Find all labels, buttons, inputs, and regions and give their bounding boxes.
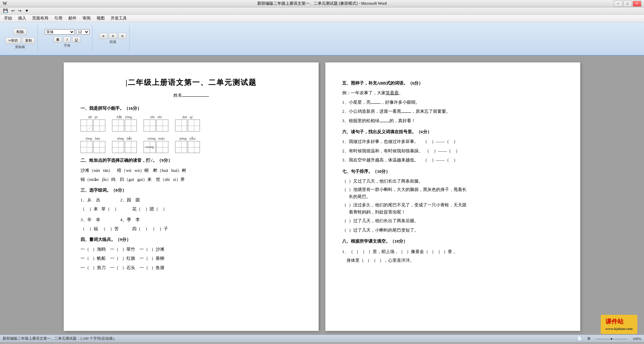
char-box xyxy=(125,141,137,153)
section5-item2: 2、小公鸡造新房，进屋一看黑，原来忘了留窗窗。 xyxy=(342,107,564,115)
pinyin-row1: dù pí ↙ hǎi yōng xyxy=(80,114,302,132)
status-bar: 新部编版二年级上册语文第一、二单元测试题：1,540 个字符(近似值)。 📄 ⊞… xyxy=(0,335,644,342)
char-box xyxy=(156,141,168,153)
section4-line3: 一（ ）剪刀 一（ ）石头 一（ ）鱼塘 xyxy=(80,264,302,272)
view-print-icon[interactable]: 📄 xyxy=(577,336,582,341)
italic-button[interactable]: I xyxy=(63,37,70,43)
section3-item3: 3、辛 幸 xyxy=(80,216,100,224)
section3-content: 1、从 丛 2、园 圆 （ ）来 草（ ） 花（ ）团（ ） 3、辛 幸 4、季… xyxy=(80,196,302,233)
underline-button[interactable]: U xyxy=(72,37,81,43)
section2-line2: 锦（miǎn jǐn）鸡 归（guī guí）来 世（shì sì）界 xyxy=(80,176,302,183)
pinyin-group-xiong-mao: xióng māo xiong xyxy=(144,136,168,153)
word-icon: W xyxy=(3,1,7,6)
title-bar: W 新部编版二年级上册语文第一、二单元测试题 [兼容模式] - Microsof… xyxy=(0,0,644,7)
paste-button[interactable]: 粘贴 xyxy=(13,28,27,35)
qat-dropdown-icon[interactable]: ▼ xyxy=(24,8,30,14)
copy-button[interactable]: 复制 xyxy=(22,37,35,44)
section7-item1: （ ）又过了几天，他们长出了两条前腿。 xyxy=(342,177,564,185)
zoom-level: 100% xyxy=(633,337,641,341)
watermark-line2: www.kjzhan.com xyxy=(605,326,633,331)
section2-line1: 沙滩（nán tān） 梧（wū wù）桐 桦（huā huá）树 xyxy=(80,166,302,174)
section3-subitem4: 四（ ） （ ）子 xyxy=(132,225,168,233)
pinyin-group-dui-qi: duì qí xyxy=(175,114,200,132)
window-controls[interactable]: ─ □ ✕ xyxy=(614,1,641,7)
section2-content: 沙滩（nán tān） 梧（wū wù）桐 桦（huā huá）树 锦（miǎn… xyxy=(80,166,302,184)
section5-content: 例：一年农事了，大家笑盈盈。 1、小星星，亮，好像许多小眼睛。 2、小公鸡造新房… xyxy=(342,89,564,125)
char-box xyxy=(156,119,168,132)
font-family-select[interactable]: 宋体 xyxy=(45,29,75,35)
section3-row4: （ ）福 （ ）苦 四（ ） （ ）子 xyxy=(80,225,302,233)
section8-title: 八、根据所学课文填空。（10分） xyxy=(342,237,564,245)
pinyin-group-du-pi: dù pí ↙ xyxy=(80,114,105,132)
section7-content: （ ）又过了几天，他们长出了两条前腿。 （ ）池塘里有一群小蝌蚪，大大的脑袋，黑… xyxy=(342,177,564,234)
section5-title: 五、照样子，补充ABB式的词语。（6分） xyxy=(342,79,564,87)
ribbon-group-font: 宋体 12 B I U 字体 xyxy=(42,25,93,52)
char-box xyxy=(188,119,200,132)
section7-item3: （ ）没过多久，他们的尾巴不见了，变成了一只小青蛙，天天跟 着青蛙妈妈，到处捉害… xyxy=(342,202,564,216)
ribbon-group-paragraph: ≡ ≡ ≡ 段落 xyxy=(97,25,129,52)
save-icon[interactable]: 💾 xyxy=(2,8,9,14)
section8-item1: 1、（ ）（ ）里，稻上场，（ ）像黄金（ ）（ ）香， 身体里（ ）（ ），心… xyxy=(342,247,564,265)
minimize-button[interactable]: ─ xyxy=(614,1,623,7)
section6-content: 1、我做过许多好事，也做过许多坏事。 （ ）——（ ） 2、有时候我很温和，有时… xyxy=(342,138,564,164)
window-title: 新部编版二年级上册语文第一、二单元测试题 [兼容模式] - Microsoft … xyxy=(257,1,386,6)
align-center-button[interactable]: ≡ xyxy=(109,33,117,39)
menu-developer[interactable]: 开发工具 xyxy=(108,15,129,22)
font-size-select[interactable]: 12 xyxy=(76,29,90,35)
pinyin-group-zhi-shi: zhí shī xyxy=(144,114,168,132)
document-container: |二年级上册语文第一、二单元测试题 姓名 一、我是拼写小能手。（16分） dù … xyxy=(0,56,644,335)
section4-content: 一（ ）海鸥 一（ ）翠竹 一（ ）沙滩 一（ ）帆船 一（ ）红旗 一（ ）垂… xyxy=(80,245,302,272)
bold-button[interactable]: B xyxy=(54,37,62,43)
maximize-button[interactable]: □ xyxy=(623,1,632,7)
watermark: 课件站 www.kjzhan.com xyxy=(601,315,637,334)
pinyin-group-song-bai: sōng bǎi xyxy=(112,136,137,153)
section3-row2: （ ）来 草（ ） 花（ ）团（ ） xyxy=(80,205,302,213)
align-right-button[interactable]: ≡ xyxy=(118,33,126,39)
menu-page-layout[interactable]: 页面布局 xyxy=(30,15,51,22)
menu-review[interactable]: 审阅 xyxy=(80,15,93,22)
char-box xyxy=(80,141,93,153)
section3-subitem1: （ ）来 草（ ） xyxy=(80,205,119,213)
section6-item2: 2、有时候我很温和，有时候我却很暴躁。 （ ）——（ ） xyxy=(342,147,564,155)
section6-title: 六、读句子，找出反义词填在括号里。（6分） xyxy=(342,128,564,136)
pinyin-row2: tóng hào sōng bǎi xyxy=(80,136,302,153)
menu-mail[interactable]: 邮件 xyxy=(66,15,79,22)
section3-subitem3: （ ）福 （ ）苦 xyxy=(80,225,119,233)
char-box xyxy=(112,141,124,153)
pinyin-group-tong-hao: tóng hào xyxy=(80,136,105,153)
view-fullscreen-icon[interactable]: ⊞ xyxy=(587,336,590,341)
char-box xyxy=(93,141,105,153)
char-box: xiong xyxy=(144,141,156,153)
section1-content: dù pí ↙ hǎi yōng xyxy=(80,114,302,153)
zoom-slider[interactable]: ————●———— xyxy=(596,337,628,341)
status-text: 新部编版二年级上册语文第一、二单元测试题：1,540 个字符(近似值)。 xyxy=(3,336,118,341)
menu-insert[interactable]: 插入 xyxy=(15,15,29,22)
page-2: 五、照样子，补充ABB式的词语。（6分） 例：一年农事了，大家笑盈盈。 1、小星… xyxy=(325,62,580,331)
section7-item5: （ ）过了几天，小蝌蚪的尾巴变短了。 xyxy=(342,226,564,234)
ribbon-group-clipboard: 粘贴 ✂剪切 复制 剪贴板 xyxy=(3,25,38,52)
quick-access-toolbar: 💾 ↩ ↪ ▼ xyxy=(0,7,644,15)
watermark-line1: 课件站 xyxy=(605,318,624,325)
char-box xyxy=(112,119,124,132)
main-area: |二年级上册语文第一、二单元测试题 姓名 一、我是拼写小能手。（16分） dù … xyxy=(0,56,644,335)
menu-start[interactable]: 开始 xyxy=(1,15,15,22)
paragraph-label: 段落 xyxy=(110,40,116,44)
close-button[interactable]: ✕ xyxy=(633,1,641,7)
section2-title: 二、给加点的字选择正确的读音，打√。（9分） xyxy=(80,156,302,164)
name-line: 姓名 xyxy=(80,91,302,99)
menu-bar: 开始 插入 页面布局 引用 邮件 审阅 视图 开发工具 xyxy=(0,15,644,22)
section1-title: 一、我是拼写小能手。（16分） xyxy=(80,104,302,112)
cut-button[interactable]: ✂剪切 xyxy=(5,37,21,44)
page-1: |二年级上册语文第一、二单元测试题 姓名 一、我是拼写小能手。（16分） dù … xyxy=(64,62,319,331)
undo-icon[interactable]: ↩ xyxy=(10,8,16,14)
section5-item1: 1、小星星，亮，好像许多小眼睛。 xyxy=(342,98,564,106)
ribbon: 粘贴 ✂剪切 复制 剪贴板 宋体 12 B I U 字体 ≡ ≡ ≡ 段落 xyxy=(0,22,644,56)
menu-reference[interactable]: 引用 xyxy=(52,15,65,22)
redo-icon[interactable]: ↪ xyxy=(17,8,22,14)
page-title: |二年级上册语文第一、二单元测试题 xyxy=(80,76,302,89)
align-left-button[interactable]: ≡ xyxy=(99,33,107,39)
section6-item1: 1、我做过许多好事，也做过许多坏事。 （ ）——（ ） xyxy=(342,138,564,145)
menu-view[interactable]: 视图 xyxy=(94,15,107,22)
pinyin-group-peng-you: péng yǒu xyxy=(175,136,200,153)
section3-row3: 3、辛 幸 4、季 李 xyxy=(80,216,302,224)
